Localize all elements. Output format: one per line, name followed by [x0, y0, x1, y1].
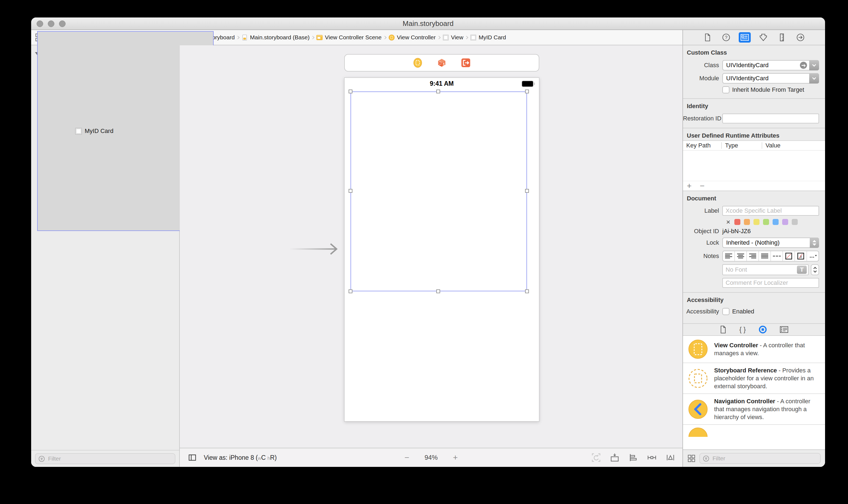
library-filter-input[interactable] — [712, 455, 817, 462]
no-text-segment-icon[interactable]: a — [794, 251, 807, 261]
align-icon[interactable] — [628, 453, 638, 463]
more-options-segment-icon[interactable] — [807, 251, 818, 261]
resize-handle[interactable] — [349, 90, 352, 93]
dashed-segment-icon[interactable] — [771, 251, 782, 261]
outline-row-myid-card[interactable]: MyID Card — [37, 45, 179, 231]
align-center-segment-icon[interactable] — [734, 251, 746, 261]
navigation-controller-library-icon — [688, 399, 708, 419]
align-left-segment-icon[interactable] — [723, 251, 734, 261]
exit-icon[interactable] — [461, 58, 471, 68]
outline-filter-field[interactable] — [35, 453, 175, 464]
storyboard-entry-point-arrow[interactable] — [289, 242, 347, 255]
runtime-attributes-table-body[interactable] — [683, 150, 825, 181]
identity-inspector-tab-icon[interactable] — [739, 32, 751, 42]
zoom-in-button[interactable]: + — [453, 453, 458, 462]
document-label-input[interactable] — [723, 207, 818, 214]
color-swatch-gray[interactable] — [792, 219, 798, 225]
color-swatch-yellow[interactable] — [754, 219, 759, 225]
inherit-module-checkbox[interactable] — [722, 86, 729, 93]
canvas-area[interactable]: 9:41 AM — [180, 45, 683, 448]
breadcrumb-item-view[interactable]: View — [443, 34, 463, 41]
lock-stepper-icon[interactable] — [810, 237, 819, 248]
minimize-window-button[interactable] — [48, 20, 54, 27]
close-window-button[interactable] — [37, 20, 43, 27]
color-swatch-purple[interactable] — [782, 219, 788, 225]
breadcrumb-item-scene[interactable]: View Controller Scene — [316, 34, 382, 41]
selected-view-myid-card[interactable] — [351, 91, 527, 291]
color-swatch-red[interactable] — [734, 219, 740, 225]
column-header-type[interactable]: Type — [721, 142, 762, 149]
breadcrumb-item-myid-card[interactable]: MyID Card — [470, 34, 506, 41]
resize-handle[interactable] — [349, 289, 352, 293]
no-border-segment-icon[interactable] — [782, 251, 794, 261]
zoom-window-button[interactable] — [59, 20, 66, 27]
breadcrumb-item-view-controller[interactable]: View Controller — [388, 34, 436, 41]
attributes-inspector-tab-icon[interactable] — [757, 32, 769, 42]
view-controller-device[interactable]: 9:41 AM — [344, 77, 539, 421]
resize-handle[interactable] — [525, 189, 529, 193]
localizer-comment-input[interactable] — [723, 279, 818, 286]
file-inspector-tab-icon[interactable] — [702, 32, 713, 42]
library-item-view-controller[interactable]: View Controller - A controller that mana… — [683, 336, 825, 363]
file-template-library-tab-icon[interactable] — [720, 325, 727, 334]
update-frames-icon[interactable] — [591, 453, 601, 463]
view-as-label[interactable]: View as: iPhone 8 (wC hR) — [204, 454, 277, 462]
section-title: Document — [683, 191, 825, 203]
resolve-autolayout-icon[interactable] — [666, 453, 675, 463]
storyboard-canvas[interactable]: 9:41 AM — [180, 45, 683, 467]
accessibility-enabled-checkbox[interactable] — [722, 308, 729, 315]
resize-handle[interactable] — [525, 90, 529, 93]
resize-handle[interactable] — [436, 90, 440, 93]
notes-label: Notes — [683, 253, 719, 260]
class-field[interactable]: UIVIdentityCard — [722, 60, 819, 70]
resize-handle[interactable] — [436, 289, 440, 293]
align-right-segment-icon[interactable] — [746, 251, 758, 261]
add-constraints-icon[interactable] — [647, 453, 657, 463]
localizer-comment-field[interactable] — [722, 278, 819, 288]
section-title: Custom Class — [683, 45, 825, 57]
clear-color-button[interactable]: × — [726, 219, 730, 225]
resize-handle[interactable] — [349, 189, 352, 193]
breadcrumb-item-storyboard-base[interactable]: Main.storyboard (Base) — [242, 34, 310, 41]
library-item-navigation-controller[interactable]: Navigation Controller - A controller tha… — [683, 394, 825, 425]
restoration-id-field[interactable] — [722, 113, 819, 123]
justify-segment-icon[interactable] — [758, 251, 771, 261]
library-filter-field[interactable] — [700, 453, 821, 464]
size-inspector-tab-icon[interactable] — [776, 32, 788, 42]
breadcrumb-label: MyID Card — [479, 34, 506, 41]
first-responder-icon[interactable] — [437, 58, 447, 68]
outline-filter-input[interactable] — [48, 455, 172, 462]
object-library-tab-icon[interactable] — [758, 325, 767, 334]
column-header-value[interactable]: Value — [762, 142, 825, 149]
font-picker-button[interactable]: T — [797, 266, 807, 274]
restoration-id-input[interactable] — [723, 115, 818, 122]
embed-in-stack-icon[interactable] — [610, 453, 620, 463]
document-label-field[interactable] — [722, 206, 819, 216]
module-dropdown-button[interactable] — [809, 73, 819, 84]
class-dropdown-button[interactable] — [809, 60, 819, 70]
zoom-level[interactable]: 94% — [425, 454, 438, 462]
font-size-stepper[interactable] — [811, 264, 819, 275]
library-item-storyboard-reference[interactable]: Storyboard Reference - Provides a placeh… — [683, 363, 825, 394]
font-input[interactable] — [723, 266, 808, 273]
jump-to-class-icon[interactable] — [800, 62, 807, 69]
font-field[interactable]: T — [722, 264, 809, 275]
add-attribute-button[interactable]: + — [687, 182, 692, 190]
remove-attribute-button[interactable]: − — [700, 182, 705, 190]
color-swatch-green[interactable] — [763, 219, 769, 225]
quick-help-inspector-tab-icon[interactable]: ? — [720, 32, 732, 42]
library-item-partial[interactable] — [683, 425, 825, 437]
module-field[interactable]: UIVIdentityCard — [722, 73, 819, 84]
view-controller-icon[interactable] — [412, 58, 423, 68]
color-swatch-blue[interactable] — [773, 219, 779, 225]
color-swatch-orange[interactable] — [744, 219, 750, 225]
media-library-tab-icon[interactable] — [780, 326, 789, 334]
outline-toggle-icon[interactable] — [188, 453, 197, 462]
library-grid-toggle-icon[interactable] — [687, 454, 695, 463]
resize-handle[interactable] — [525, 289, 529, 293]
code-snippet-library-tab-icon[interactable]: { } — [739, 326, 746, 334]
column-header-key-path[interactable]: Key Path — [683, 142, 721, 149]
zoom-out-button[interactable]: − — [404, 453, 409, 462]
lock-popup[interactable]: Inherited - (Nothing) — [722, 237, 819, 248]
connections-inspector-tab-icon[interactable] — [794, 32, 807, 42]
